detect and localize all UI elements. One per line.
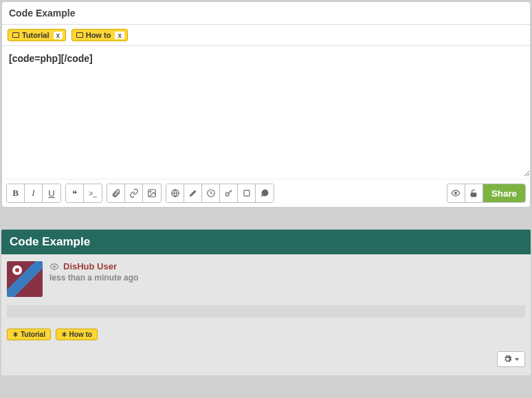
tag-chip-howto[interactable]: How to x: [71, 29, 128, 41]
settings-button[interactable]: [497, 351, 525, 367]
globe-icon: [170, 188, 180, 198]
square-button[interactable]: [238, 184, 256, 202]
svg-rect-5: [243, 190, 249, 196]
clock-button[interactable]: [202, 184, 220, 202]
clock-icon: [206, 188, 216, 198]
post-tag-label: How to: [69, 331, 92, 338]
misc-group: [166, 184, 274, 203]
tag-remove-button[interactable]: x: [115, 32, 124, 39]
asterisk-icon: [61, 331, 67, 338]
tag-label: Tutorial: [22, 31, 49, 39]
key-icon: [224, 188, 234, 198]
title-bar: [2, 2, 530, 25]
post-time: less than a minute ago: [49, 273, 138, 283]
key-button[interactable]: [220, 184, 238, 202]
tag-icon: [76, 32, 83, 38]
eye-icon: [451, 188, 461, 198]
svg-point-1: [150, 191, 151, 192]
svg-point-6: [455, 192, 458, 195]
post-tag-tutorial[interactable]: Tutorial: [7, 329, 51, 340]
svg-point-8: [53, 265, 56, 268]
pen-icon: [188, 188, 198, 198]
post-tags: Tutorial How to: [1, 326, 531, 347]
link-icon: [129, 188, 139, 198]
gear-icon: [503, 355, 512, 364]
tag-row[interactable]: Tutorial x How to x: [2, 25, 530, 46]
editor-panel: Tutorial x How to x B I U ❝ >_: [1, 1, 531, 208]
tag-icon: [12, 32, 19, 38]
svg-point-4: [225, 192, 229, 196]
tag-chip-tutorial[interactable]: Tutorial x: [8, 29, 66, 41]
author-line: DisHub User: [49, 261, 138, 272]
avatar[interactable]: [7, 261, 43, 297]
content-editor[interactable]: [2, 46, 530, 177]
comment-button[interactable]: [256, 184, 274, 202]
lock-button[interactable]: [465, 184, 483, 202]
globe-button[interactable]: [166, 184, 184, 202]
post-footer: [1, 347, 531, 375]
quote-button[interactable]: ❝: [66, 184, 84, 202]
toolbar: B I U ❝ >_: [2, 179, 530, 207]
unlock-icon: [469, 188, 478, 198]
format-group: B I U: [6, 184, 61, 203]
attach-group: [107, 184, 162, 203]
post-meta: DisHub User less than a minute ago: [1, 254, 531, 305]
author-name[interactable]: DisHub User: [63, 261, 117, 272]
post-body: [7, 305, 525, 318]
code-button[interactable]: >_: [84, 184, 102, 202]
tag-remove-button[interactable]: x: [54, 32, 63, 39]
preview-button[interactable]: [447, 184, 465, 202]
insert-group-1: ❝ >_: [65, 184, 102, 203]
image-icon: [147, 188, 157, 198]
tag-label: How to: [86, 31, 111, 39]
asterisk-icon: [12, 331, 19, 338]
square-icon: [242, 188, 252, 198]
underline-button[interactable]: U: [43, 184, 60, 202]
image-button[interactable]: [143, 184, 161, 202]
paperclip-icon: [111, 188, 121, 198]
attach-button[interactable]: [107, 184, 125, 202]
title-input[interactable]: [9, 8, 523, 19]
comment-icon: [260, 188, 269, 198]
pen-button[interactable]: [184, 184, 202, 202]
italic-button[interactable]: I: [25, 184, 43, 202]
chevron-down-icon: [515, 358, 519, 361]
post-title: Code Example: [1, 230, 531, 254]
link-button[interactable]: [125, 184, 143, 202]
publish-group: Share: [447, 184, 526, 203]
svg-rect-7: [471, 192, 476, 197]
share-button[interactable]: Share: [483, 184, 525, 202]
bold-button[interactable]: B: [7, 184, 25, 202]
eye-icon: [49, 262, 59, 272]
post-tag-label: Tutorial: [21, 331, 45, 338]
post-panel: Code Example DisHub User less than a min…: [1, 230, 531, 375]
post-tag-howto[interactable]: How to: [56, 329, 98, 340]
